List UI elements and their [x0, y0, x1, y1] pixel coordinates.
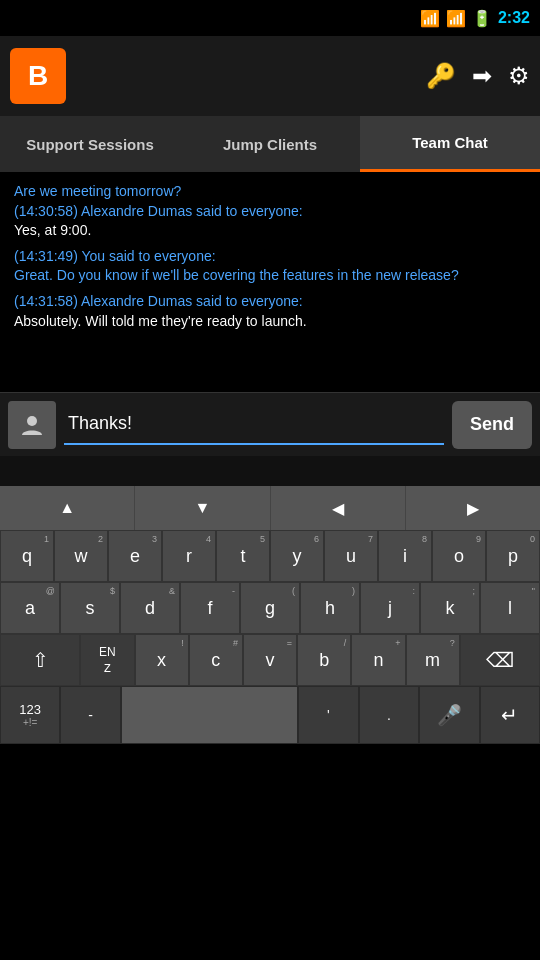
- message-input[interactable]: [64, 405, 444, 445]
- key-y[interactable]: 6y: [270, 530, 324, 582]
- keyboard-row-3: ⇧ ENz !x #c =v /b +n ?m ⌫: [0, 634, 540, 686]
- chat-area: Are we meeting tomorrow? (14:30:58) Alex…: [0, 172, 540, 392]
- gear-icon[interactable]: ⚙: [508, 62, 530, 90]
- key-h[interactable]: )h: [300, 582, 360, 634]
- key-p[interactable]: 0p: [486, 530, 540, 582]
- key-k[interactable]: ;k: [420, 582, 480, 634]
- nav-down[interactable]: ▼: [135, 486, 270, 530]
- key-o[interactable]: 9o: [432, 530, 486, 582]
- key-l[interactable]: "l: [480, 582, 540, 634]
- key-n[interactable]: +n: [351, 634, 405, 686]
- keyboard: ▲ ▼ ◀ ▶ 1q 2w 3e 4r 5t 6y 7u 8i 9o 0p @a…: [0, 486, 540, 744]
- key-backspace[interactable]: ⌫: [460, 634, 540, 686]
- key-b[interactable]: /b: [297, 634, 351, 686]
- tab-jump-clients[interactable]: Jump Clients: [180, 116, 360, 172]
- nav-right[interactable]: ▶: [406, 486, 540, 530]
- key-i[interactable]: 8i: [378, 530, 432, 582]
- input-row: Send: [0, 392, 540, 456]
- key-period[interactable]: .: [359, 686, 419, 744]
- nav-left[interactable]: ◀: [271, 486, 406, 530]
- chat-question-1: Are we meeting tomorrow?: [14, 182, 526, 202]
- key-m[interactable]: ?m: [406, 634, 460, 686]
- key-j[interactable]: :j: [360, 582, 420, 634]
- key-t[interactable]: 5t: [216, 530, 270, 582]
- chat-author-3: (14:31:58) Alexandre Dumas said to every…: [14, 292, 526, 312]
- tabs: Support Sessions Jump Clients Team Chat: [0, 116, 540, 172]
- battery-icon: 🔋: [472, 9, 492, 28]
- keyboard-nav-row: ▲ ▼ ◀ ▶: [0, 486, 540, 530]
- key-dash[interactable]: -: [60, 686, 120, 744]
- key-q[interactable]: 1q: [0, 530, 54, 582]
- key-u[interactable]: 7u: [324, 530, 378, 582]
- key-g[interactable]: (g: [240, 582, 300, 634]
- key-mic[interactable]: 🎤: [419, 686, 479, 744]
- chat-body-2: Great. Do you know if we'll be covering …: [14, 266, 526, 286]
- signal-icon: 📶: [446, 9, 466, 28]
- chat-author-1: (14:30:58) Alexandre Dumas said to every…: [14, 202, 526, 222]
- key-x[interactable]: !x: [135, 634, 189, 686]
- keyboard-row-4: 123 +!= - ' . 🎤 ↵: [0, 686, 540, 744]
- header-icons: 🔑 ➡ ⚙: [426, 62, 530, 90]
- key-s[interactable]: $s: [60, 582, 120, 634]
- keyboard-spacer: [0, 456, 540, 486]
- header: B 🔑 ➡ ⚙: [0, 36, 540, 116]
- svg-point-0: [27, 416, 37, 426]
- keyboard-row-1: 1q 2w 3e 4r 5t 6y 7u 8i 9o 0p: [0, 530, 540, 582]
- key-r[interactable]: 4r: [162, 530, 216, 582]
- key-c[interactable]: #c: [189, 634, 243, 686]
- key-d[interactable]: &d: [120, 582, 180, 634]
- key-w[interactable]: 2w: [54, 530, 108, 582]
- key-a[interactable]: @a: [0, 582, 60, 634]
- tab-support-sessions[interactable]: Support Sessions: [0, 116, 180, 172]
- send-button[interactable]: Send: [452, 401, 532, 449]
- chat-message-2: (14:31:49) You said to everyone: Great. …: [14, 247, 526, 286]
- app-logo: B: [10, 48, 66, 104]
- forward-icon[interactable]: ➡: [472, 62, 492, 90]
- chat-body-1: Yes, at 9:00.: [14, 221, 526, 241]
- chat-author-2: (14:31:49) You said to everyone:: [14, 247, 526, 267]
- tab-team-chat[interactable]: Team Chat: [360, 116, 540, 172]
- key-space[interactable]: [121, 686, 298, 744]
- chat-message-1: Are we meeting tomorrow? (14:30:58) Alex…: [14, 182, 526, 241]
- key-lang[interactable]: ENz: [80, 634, 134, 686]
- key-apostrophe[interactable]: ': [298, 686, 358, 744]
- key-v[interactable]: =v: [243, 634, 297, 686]
- chat-message-3: (14:31:58) Alexandre Dumas said to every…: [14, 292, 526, 331]
- key-icon[interactable]: 🔑: [426, 62, 456, 90]
- key-f[interactable]: -f: [180, 582, 240, 634]
- key-e[interactable]: 3e: [108, 530, 162, 582]
- key-numbers[interactable]: 123 +!=: [0, 686, 60, 744]
- wifi-icon: 📶: [420, 9, 440, 28]
- nav-up[interactable]: ▲: [0, 486, 135, 530]
- keyboard-row-2: @a $s &d -f (g )h :j ;k "l: [0, 582, 540, 634]
- key-shift[interactable]: ⇧: [0, 634, 80, 686]
- key-enter[interactable]: ↵: [480, 686, 540, 744]
- chat-body-3: Absolutely. Will told me they're ready t…: [14, 312, 526, 332]
- avatar-button[interactable]: [8, 401, 56, 449]
- status-time: 2:32: [498, 9, 530, 27]
- status-bar: 📶 📶 🔋 2:32: [0, 0, 540, 36]
